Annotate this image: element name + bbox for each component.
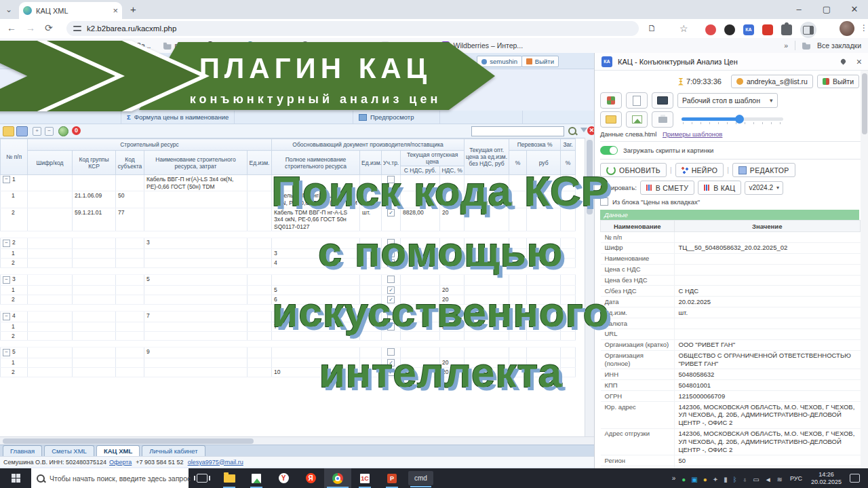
grid-header-cell[interactable]: Ед.изм..	[360, 151, 382, 175]
logout-button[interactable]: Выйти	[521, 56, 559, 67]
network-tray-icon[interactable]: ≋	[777, 476, 783, 483]
scrollbar-thumb[interactable]	[862, 73, 867, 134]
bookmark-star-icon[interactable]: ☆	[679, 23, 688, 34]
onec-icon[interactable]: 1С	[351, 468, 378, 488]
grid-header-cell[interactable]: Код группы КСР	[73, 151, 116, 175]
grid-header-cell[interactable]: НДС, %	[440, 166, 465, 175]
account-button[interactable]: andreyka_s@list.ru	[731, 75, 813, 88]
scripts-toggle[interactable]	[600, 146, 618, 155]
notifications-icon[interactable]	[850, 474, 860, 483]
collapse-icon[interactable]: −	[3, 276, 10, 284]
globe-icon[interactable]	[58, 126, 68, 136]
site-settings-icon[interactable]	[73, 25, 81, 32]
address-bar[interactable]: k2.b2barea.ru/kacxml.php	[66, 21, 639, 36]
new-doc-icon-button[interactable]	[626, 92, 648, 109]
image-viewer-icon[interactable]	[243, 468, 270, 488]
reload-button[interactable]: ⟳	[45, 22, 53, 33]
table-row[interactable]: −59	[1, 348, 576, 358]
grid-header-cell[interactable]: Код субъекта	[116, 151, 144, 175]
defender-tray-icon[interactable]: ✦	[713, 476, 718, 483]
template-select[interactable]: Рабочий стол в шаблон	[677, 93, 778, 108]
checkbox[interactable]: ✓	[387, 286, 395, 294]
image-icon-button[interactable]	[626, 111, 648, 128]
tab-close-icon[interactable]: ×	[113, 5, 118, 16]
yandex-browser-icon[interactable]: Y	[270, 468, 297, 488]
back-button[interactable]: ←	[7, 22, 16, 33]
table-row[interactable]: 1✓20	[1, 358, 576, 368]
grid-header-cell[interactable]: %	[509, 151, 527, 175]
screenshot-icon-button[interactable]	[652, 92, 673, 109]
open-folder-icon-button[interactable]	[600, 111, 622, 128]
whatsapp-tray-icon[interactable]: ●	[682, 476, 686, 483]
preview-button[interactable]: Предпросмотр	[353, 111, 419, 124]
editor-button[interactable]: РЕДАКТОР	[732, 163, 795, 177]
save-icon[interactable]	[16, 126, 28, 136]
collapse-icon[interactable]: −	[3, 313, 10, 320]
grid-header-cell[interactable]: Текущая отпускная цена	[401, 151, 465, 166]
grid-header-cell[interactable]: Текущая опт. цена за ед.изм. без НДС, ру…	[465, 139, 509, 175]
grid-header-cell[interactable]: Строительный ресурс	[28, 139, 272, 151]
file-explorer-icon[interactable]	[216, 468, 243, 488]
open-folder-icon[interactable]	[3, 126, 14, 136]
minimize-button[interactable]: –	[785, 0, 812, 19]
cat-extension-icon[interactable]	[724, 24, 735, 35]
templates-link[interactable]: Примеры шаблонов	[663, 130, 722, 138]
checkbox[interactable]: ✓	[387, 259, 395, 267]
language-indicator[interactable]: РУС	[790, 475, 802, 482]
extensions-puzzle-icon[interactable]	[781, 24, 792, 35]
powerpoint-icon[interactable]: P	[378, 468, 406, 488]
taskbar-search[interactable]: Чтобы начать поиск, введите здесь запрос	[31, 468, 189, 488]
offer-link[interactable]: Оферта	[109, 459, 132, 466]
copy-to-kac-button[interactable]: В КАЦ	[698, 181, 741, 195]
battery-tray-icon[interactable]: ▭	[753, 476, 759, 483]
checkbox[interactable]: ✓	[387, 369, 395, 376]
grid-header-cell[interactable]: № п/п	[1, 139, 28, 175]
bottom-tab-Личный кабинет[interactable]: Личный кабинет	[142, 445, 205, 456]
panel-logout-button[interactable]: Выйти	[817, 75, 859, 88]
collapse-icon[interactable]: −	[3, 176, 10, 183]
checkbox[interactable]	[387, 312, 395, 320]
bottom-tab-КАЦ XML[interactable]: КАЦ XML	[96, 445, 140, 456]
new-tab-button[interactable]: +	[130, 3, 136, 15]
table-row[interactable]: 259.1.21.0177Кабель TDM ВВГ-П нг-А-LS 3х…	[1, 208, 576, 231]
checkbox[interactable]: ✓	[387, 323, 395, 331]
bluetooth-tray-icon[interactable]: ᛒ	[733, 476, 737, 483]
red-extension-icon[interactable]	[762, 24, 773, 35]
cmd-window-button[interactable]: cmd	[408, 471, 433, 485]
volume-tray-icon[interactable]: ◄	[765, 476, 772, 483]
checkbox[interactable]: ✓	[387, 209, 395, 217]
checkbox[interactable]: ✓	[387, 192, 395, 200]
flag-tray-icon[interactable]: ▮	[724, 476, 728, 483]
tray-overflow-icon[interactable]: »	[672, 474, 676, 482]
expand-all-icon[interactable]: +	[33, 127, 41, 136]
checkbox[interactable]	[600, 198, 608, 206]
reading-mode-icon[interactable]: 🗋	[648, 23, 656, 33]
url-text[interactable]: k2.b2barea.ru/kacxml.php	[87, 24, 176, 33]
email-link[interactable]: olesya9975@mail.ru	[188, 459, 243, 466]
clock[interactable]: 14:26 20.02.2025	[811, 471, 842, 486]
layout-icon-button[interactable]	[600, 92, 622, 109]
checkbox[interactable]	[387, 176, 395, 183]
collapse-all-icon[interactable]: −	[45, 127, 54, 136]
yandex-icon[interactable]: Я	[297, 468, 324, 488]
tab-search-icon[interactable]: ⌄	[5, 5, 12, 14]
collapse-icon[interactable]: −	[3, 349, 10, 356]
side-panel-toggle[interactable]	[800, 22, 816, 38]
bottom-tab-Главная[interactable]: Главная	[3, 445, 42, 456]
grid-header-cell[interactable]: Полное наименование строительного ресурс…	[272, 151, 360, 175]
table-row[interactable]: 26✓20	[1, 295, 576, 305]
bottom-tab-Сметы XML[interactable]: Сметы XML	[44, 445, 94, 456]
neuro-button[interactable]: НЕЙРО	[675, 163, 724, 177]
table-row[interactable]: 17✓20	[1, 322, 576, 332]
table-row[interactable]: 13✓20	[1, 249, 576, 259]
table-row[interactable]: −23	[1, 238, 576, 249]
checkbox[interactable]	[387, 239, 395, 246]
grid-header-cell[interactable]: Перевозка %	[509, 139, 561, 151]
grid-header-cell[interactable]: С НДС, руб.	[401, 166, 440, 175]
grid-search-input[interactable]	[471, 126, 564, 136]
version-select[interactable]: v2024.2	[745, 181, 783, 195]
table-row[interactable]: −47	[1, 312, 576, 322]
pin-icon[interactable]	[840, 58, 846, 65]
grid-header-cell[interactable]: Наименование строительного ресурса, затр…	[144, 151, 248, 175]
browser-tab[interactable]: КАЦ XML ×	[19, 2, 122, 19]
